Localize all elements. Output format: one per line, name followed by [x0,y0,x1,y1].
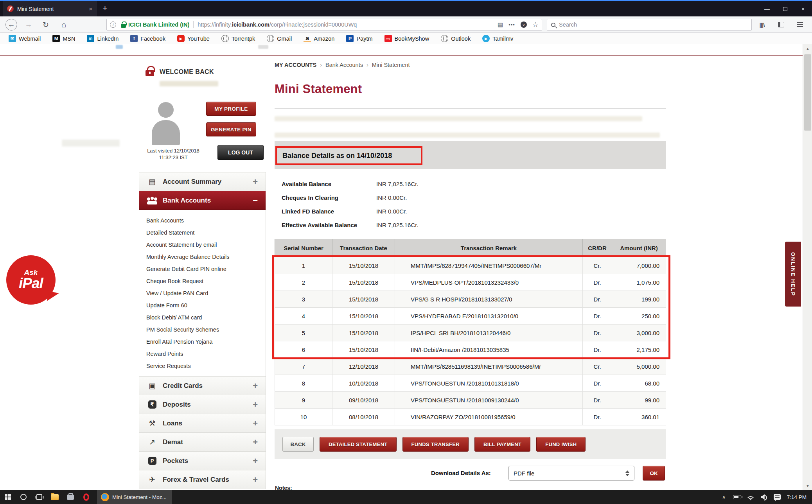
scroll-thumb[interactable] [804,54,811,131]
action-button[interactable]: FUND IWISH [536,437,586,452]
action-button[interactable]: FUNDS TRANSFER [402,437,469,452]
download-format-select[interactable]: PDF file [508,466,634,481]
expand-toggle-icon[interactable]: + [253,400,258,410]
balance-row: Effective Available Balance INR 7,025.16… [275,218,666,232]
site-identity[interactable]: ICICI Bank Limited (IN) [128,22,189,28]
wifi-button[interactable] [744,490,757,504]
firefox-taskbar-button[interactable]: Mini Statement - Moz... [97,490,172,504]
reader-mode-icon[interactable]: ▤ [498,21,503,28]
reload-button[interactable]: ↻ [40,19,52,30]
sidebar-toggle-icon[interactable] [775,19,787,30]
cell-remark: VPS/HYDERABAD E/20181013132010/0 [395,308,583,325]
table-header-row: Serial NumberTransaction DateTransaction… [275,239,666,257]
bookmark-item[interactable]: my BookMyShow [384,35,429,42]
generate-pin-button[interactable]: GENERATE PIN [206,122,256,136]
forward-button[interactable]: → [23,19,34,30]
expand-toggle-icon[interactable]: + [253,418,258,429]
volume-button[interactable] [757,490,771,504]
sidebar-menu-row[interactable]: ▤ Account Summary + [139,172,266,191]
submenu-item[interactable]: PM Social Security Schemes [139,324,266,336]
log-out-button[interactable]: LOG OUT [217,145,264,160]
expand-toggle-icon[interactable]: + [253,437,258,447]
sidebar-menu-row[interactable]: ✈ Forex & Travel Cards + [139,470,266,489]
cortana-button[interactable] [16,490,31,504]
page-scrollbar[interactable]: ▲ ▼ [803,44,812,490]
action-button[interactable]: DETAILED STATEMENT [320,437,397,452]
bookmark-star-icon[interactable]: ☆ [532,20,539,29]
url-text[interactable]: https://infinity.icicibank.com/corp/Fina… [198,22,494,28]
file-explorer-button[interactable] [47,490,63,504]
sidebar-menu-label: Deposits [163,401,253,409]
submenu-item[interactable]: Block Debit/ ATM card [139,312,266,324]
expand-toggle-icon[interactable]: + [253,475,258,485]
sidebar-menu-row[interactable]: P Pockets + [139,452,266,470]
sidebar-menu-row[interactable]: ↗ Demat + [139,433,266,452]
home-button[interactable]: ⌂ [58,19,70,30]
bookmark-item[interactable]: Gmail [267,35,292,42]
bookmark-item[interactable]: Outlook [441,35,471,42]
minimize-button[interactable]: — [758,1,776,16]
expand-toggle-icon[interactable]: + [253,381,258,391]
bookmark-item[interactable]: P Paytm [346,35,372,42]
submenu-item[interactable]: Account Statement by email [139,239,266,251]
submenu-item[interactable]: Service Requests [139,360,266,372]
tray-caret-icon[interactable]: ∧ [717,490,731,504]
library-icon[interactable]: |||\ [756,19,768,30]
submenu-item[interactable]: Bank Accounts [139,215,266,227]
sidebar-menu-row[interactable]: ⚒ Loans + [139,414,266,433]
submenu-item[interactable]: Generate Debit Card PIN online [139,263,266,275]
bookmark-item[interactable]: ▶ YouTube [177,35,210,42]
site-info-icon[interactable]: i [110,22,116,28]
task-view-button[interactable] [31,490,47,504]
taskbar-clock[interactable]: 7:14 PM [784,494,812,500]
bookmark-item[interactable]: ▶ Tamilmv [482,35,513,42]
pinned-app-button[interactable] [63,490,78,504]
breadcrumb-item[interactable]: Bank Accounts [325,62,363,68]
online-help-tab[interactable]: ONLINE HELP [785,242,801,307]
bookmark-item[interactable]: M MSN [52,35,75,42]
breadcrumb-item[interactable]: Mini Statement [372,62,410,68]
expand-toggle-icon[interactable]: + [253,456,258,466]
battery-button[interactable] [731,490,744,504]
ok-button[interactable]: OK [643,466,665,481]
new-tab-button[interactable]: + [102,3,108,13]
sidebar-menu-row[interactable]: ₹ Deposits + [139,395,266,414]
bookmark-item[interactable]: a Amazon [304,35,334,42]
maximize-button[interactable] [776,1,794,16]
pocket-icon[interactable]: v [521,22,527,28]
action-button[interactable]: BILL PAYMENT [474,437,530,452]
search-bar[interactable] [547,19,752,30]
page-actions-icon[interactable]: ••• [508,22,515,28]
scroll-up-icon[interactable]: ▲ [803,44,812,53]
expand-toggle-icon[interactable]: + [253,177,258,187]
search-input[interactable] [559,22,747,28]
submenu-item[interactable]: Enroll Atal Pension Yojana [139,336,266,348]
sidebar-menu-row[interactable]: ▣ Credit Cards + [139,377,266,395]
back-page-button[interactable]: BACK [282,437,314,452]
sidebar-menu-row[interactable]: Bank Accounts − [139,191,266,210]
submenu-item[interactable]: Reward Points [139,348,266,360]
breadcrumb-item[interactable]: MY ACCOUNTS [275,62,316,68]
submenu-item[interactable]: Detailed Statement [139,227,266,239]
back-button[interactable]: ← [5,19,17,30]
expand-toggle-icon[interactable]: − [253,196,258,206]
close-button[interactable]: × [794,1,812,16]
start-button[interactable] [0,490,16,504]
bookmark-item[interactable]: f Facebook [130,35,165,42]
submenu-item[interactable]: Monthly Average Balance Details [139,251,266,263]
url-bar[interactable]: i ICICI Bank Limited (IN) https://infini… [106,19,542,30]
submenu-item[interactable]: Update Form 60 [139,300,266,312]
notifications-button[interactable] [771,490,784,504]
browser-tab[interactable]: Mini Statement × [3,1,97,16]
submenu-item[interactable]: Cheque Book Request [139,275,266,287]
my-profile-button[interactable]: MY PROFILE [206,102,256,116]
tab-close-icon[interactable]: × [88,5,93,12]
bookmark-item[interactable]: in LinkedIn [87,35,119,42]
ask-ipal-widget[interactable]: Ask iPal [6,255,56,305]
opera-button[interactable] [78,490,94,504]
submenu-item[interactable]: View / Update PAN Card [139,287,266,300]
bookmark-item[interactable]: Torrentpk [221,35,255,42]
bookmark-item[interactable]: ✉ Webmail [9,35,41,42]
scroll-down-icon[interactable]: ▼ [803,481,812,490]
menu-hamburger-icon[interactable] [794,19,806,30]
